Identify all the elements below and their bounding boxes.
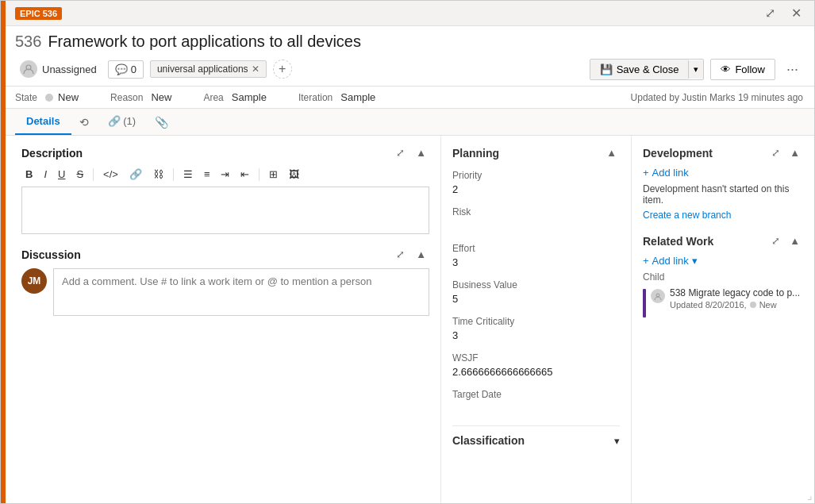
table-button[interactable]: ⊞ xyxy=(265,167,282,182)
risk-value xyxy=(452,220,620,232)
save-icon: 💾 xyxy=(600,63,613,75)
target-date-field: Target Date xyxy=(452,389,620,414)
follow-icon: 👁 xyxy=(721,63,731,75)
save-close-dropdown-button[interactable]: ▾ xyxy=(688,60,703,79)
underline-button[interactable]: U xyxy=(54,167,69,182)
comment-icon: 💬 xyxy=(115,63,128,75)
effort-label: Effort xyxy=(452,243,620,254)
business-value-label: Business Value xyxy=(452,279,620,290)
state-label: State xyxy=(15,92,37,103)
development-add-link-button[interactable]: + Add link xyxy=(643,167,689,179)
time-criticality-field: Time Criticality 3 xyxy=(452,316,620,341)
description-toolbar: B I U S </> 🔗 ⛓ ☰ ≡ ⇥ ⇤ ⊞ 🖼 xyxy=(21,167,429,182)
comment-input[interactable] xyxy=(53,268,429,316)
description-expand-button[interactable]: ⤢ xyxy=(393,145,408,160)
child-color-bar xyxy=(643,289,646,317)
save-close-label: Save & Close xyxy=(617,63,679,75)
tab-attachments[interactable]: 📎 xyxy=(147,110,176,135)
time-criticality-label: Time Criticality xyxy=(452,316,620,327)
create-branch-link[interactable]: Create a new branch xyxy=(643,210,731,221)
risk-label: Risk xyxy=(452,206,620,217)
title-bar: EPIC 536 ⤢ ✕ xyxy=(1,1,814,26)
save-close-button[interactable]: 💾 Save & Close xyxy=(590,60,689,79)
assignee-avatar xyxy=(20,60,37,78)
state-dot xyxy=(45,94,53,102)
iteration-label: Iteration xyxy=(298,92,333,103)
discussion-section: Discussion ⤢ ▲ JM xyxy=(21,247,429,316)
tab-details[interactable]: Details xyxy=(15,109,71,135)
target-date-label: Target Date xyxy=(452,389,620,400)
tab-links[interactable]: 🔗 (1) xyxy=(97,109,148,135)
related-work-section: Related Work ⤢ ▲ + Add link ▾ Child xyxy=(643,233,803,317)
add-tag-button[interactable]: + xyxy=(273,60,292,79)
development-add-link-label: Add link xyxy=(652,167,689,179)
code-button[interactable]: </> xyxy=(99,167,122,182)
user-avatar: JM xyxy=(21,268,47,294)
planning-collapse-button[interactable]: ▲ xyxy=(603,145,620,160)
development-collapse-button[interactable]: ▲ xyxy=(786,145,803,160)
expand-button[interactable]: ⤢ xyxy=(760,4,780,22)
more-options-button[interactable]: ··· xyxy=(782,60,803,79)
assignee-button[interactable]: Unassigned xyxy=(15,57,102,81)
business-value-field: Business Value 5 xyxy=(452,279,620,305)
wsjf-value: 2.6666666666666665 xyxy=(452,366,620,378)
indent-button[interactable]: ⇥ xyxy=(217,167,233,182)
priority-field: Priority 2 xyxy=(452,170,620,195)
work-item-title-row: 536 Framework to port applications to al… xyxy=(15,33,803,51)
tab-history[interactable]: ⟲ xyxy=(71,110,97,135)
resize-handle[interactable] xyxy=(802,491,814,503)
follow-button[interactable]: 👁 Follow xyxy=(710,59,775,80)
image-button[interactable]: 🖼 xyxy=(285,167,303,182)
work-item-title: Framework to port applications to all de… xyxy=(48,33,361,51)
related-add-dropdown-icon: ▾ xyxy=(692,255,698,267)
description-section: Description ⤢ ▲ B I U S </> 🔗 ⛓ ☰ xyxy=(21,145,429,234)
right-column: Development ⤢ ▲ + Add link Development h… xyxy=(632,136,814,503)
outdent-button[interactable]: ⇤ xyxy=(236,167,253,182)
description-editor[interactable] xyxy=(21,187,429,234)
link-button[interactable]: 🔗 xyxy=(125,167,146,182)
work-item-number: 536 xyxy=(15,33,41,51)
reason-label: Reason xyxy=(110,92,143,103)
comment-box: JM xyxy=(21,268,429,316)
numbered-list-button[interactable]: ≡ xyxy=(200,167,214,182)
italic-button[interactable]: I xyxy=(40,167,51,182)
svg-point-1 xyxy=(656,294,659,297)
tag-remove-button[interactable]: ✕ xyxy=(252,63,259,75)
discussion-title: Discussion xyxy=(21,248,81,261)
epic-badge: EPIC 536 xyxy=(15,7,62,20)
area-label: Area xyxy=(203,92,223,103)
strikethrough-button[interactable]: S xyxy=(72,167,87,182)
discussion-expand-button[interactable]: ⤢ xyxy=(393,247,408,262)
development-title: Development xyxy=(643,147,713,160)
reason-group: Reason New xyxy=(110,91,171,103)
discussion-collapse-button[interactable]: ▲ xyxy=(413,247,429,262)
child-info: 538 Migrate legacy code to p... Updated … xyxy=(670,287,803,310)
development-expand-button[interactable]: ⤢ xyxy=(768,145,783,160)
related-work-expand-button[interactable]: ⤢ xyxy=(768,233,783,248)
related-work-add-link-button[interactable]: + Add link ▾ xyxy=(643,255,698,267)
assignee-label: Unassigned xyxy=(42,63,97,75)
state-value: New xyxy=(45,91,79,103)
follow-label: Follow xyxy=(735,63,765,75)
related-work-collapse-button[interactable]: ▲ xyxy=(786,233,803,248)
priority-value: 2 xyxy=(452,183,620,195)
effort-field: Effort 3 xyxy=(452,243,620,268)
effort-value: 3 xyxy=(452,256,620,268)
business-value-value: 5 xyxy=(452,293,620,305)
iteration-group: Iteration Sample xyxy=(298,91,375,103)
classification-collapse-icon: ▾ xyxy=(614,435,620,447)
time-criticality-value: 3 xyxy=(452,329,620,341)
close-button[interactable]: ✕ xyxy=(786,4,806,22)
description-collapse-button[interactable]: ▲ xyxy=(413,145,429,160)
iteration-value: Sample xyxy=(340,91,375,103)
priority-label: Priority xyxy=(452,170,620,181)
unlink-button[interactable]: ⛓ xyxy=(149,167,167,182)
planning-column: Planning ▲ Priority 2 Risk Effort 3 Busi… xyxy=(441,136,632,503)
bullet-list-button[interactable]: ☰ xyxy=(179,167,197,182)
related-add-link-label: Add link xyxy=(652,255,689,267)
wsjf-label: WSJF xyxy=(452,352,620,364)
tab-bar: Details ⟲ 🔗 (1) 📎 xyxy=(1,109,814,136)
classification-header[interactable]: Classification ▾ xyxy=(452,425,620,455)
comment-count-button[interactable]: 💬 0 xyxy=(108,60,144,79)
bold-button[interactable]: B xyxy=(21,167,37,182)
